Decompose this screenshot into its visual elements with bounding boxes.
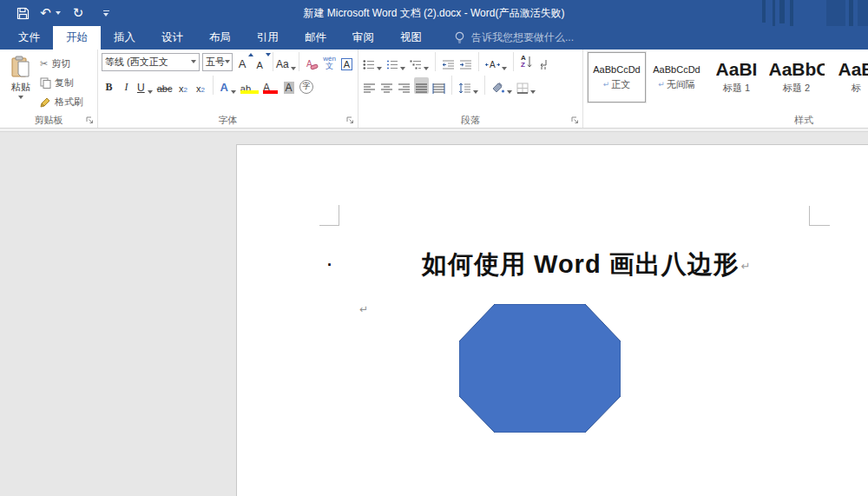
phonetic-icon: wén 文 [323, 56, 336, 70]
tab-file[interactable]: 文件 [5, 26, 53, 50]
clear-formatting-button[interactable]: A [305, 54, 319, 70]
undo-icon: ↶ [40, 7, 51, 20]
shading-button[interactable] [490, 77, 513, 94]
subscript-button[interactable]: x2 [175, 77, 190, 94]
shrink-font-button[interactable]: A [253, 54, 267, 70]
borders-button[interactable] [516, 77, 536, 94]
separator [478, 52, 479, 71]
borders-caret-icon[interactable] [530, 90, 536, 94]
shading-caret-icon[interactable] [507, 90, 512, 94]
tab-view[interactable]: 视图 [387, 26, 435, 50]
align-right-button[interactable] [397, 77, 411, 94]
undo-button[interactable]: ↶ [40, 3, 61, 23]
character-border-button[interactable]: A [339, 54, 354, 70]
show-marks-icon [538, 59, 549, 70]
numbering-caret-icon[interactable] [400, 67, 405, 70]
paste-button[interactable]: 粘贴 [3, 52, 38, 112]
multilevel-caret-icon[interactable] [424, 67, 429, 70]
distribute-button[interactable] [431, 77, 446, 94]
tab-home[interactable]: 开始 [53, 26, 101, 50]
style-heading3[interactable]: AaB 标 [827, 52, 868, 103]
sort-arrow-icon [527, 56, 532, 68]
align-left-button[interactable] [362, 77, 377, 94]
show-marks-button[interactable] [536, 54, 551, 70]
copy-icon [40, 77, 51, 89]
numbering-icon [386, 59, 398, 70]
asian-layout-button[interactable]: A [484, 54, 508, 70]
style-no-spacing[interactable]: AaBbCcDd ↵无间隔 [648, 52, 706, 103]
cut-button[interactable]: ✂ 剪切 [40, 56, 83, 71]
italic-button[interactable]: I [119, 77, 134, 94]
style-heading1[interactable]: AaBI 标题 1 [707, 52, 766, 103]
document-workspace: · 如何使用 Word 画出八边形↵ ↵ [0, 132, 868, 496]
octagon-polygon [459, 304, 621, 433]
paragraph-mark-icon: ↵ [658, 80, 665, 89]
redo-button[interactable]: ↻ [68, 3, 89, 23]
paste-dropdown-caret-icon[interactable] [18, 96, 23, 99]
undo-dropdown-caret-icon[interactable] [56, 11, 61, 15]
underline-caret-icon[interactable] [148, 90, 153, 94]
strikethrough-button[interactable]: abc [156, 77, 174, 94]
lightbulb-icon [454, 31, 465, 44]
tab-mailings[interactable]: 邮件 [292, 26, 339, 50]
separator [513, 52, 514, 71]
justify-button[interactable] [414, 77, 429, 94]
tell-me-box[interactable]: 告诉我您想要做什么... [454, 26, 574, 50]
paste-icon [10, 56, 31, 79]
decrease-indent-icon [442, 60, 455, 70]
asian-layout-icon: A [485, 59, 500, 70]
font-color-button[interactable]: A [262, 77, 279, 94]
enclose-characters-button[interactable]: 字 [299, 77, 314, 94]
save-button[interactable] [12, 3, 33, 23]
font-dialog-launcher[interactable] [345, 115, 355, 125]
tab-review[interactable]: 审阅 [339, 26, 387, 50]
paragraph-dialog-launcher[interactable] [569, 115, 580, 125]
grow-font-button[interactable]: A [235, 54, 250, 70]
superscript-button[interactable]: x2 [193, 77, 207, 94]
justify-icon [415, 83, 428, 94]
font-color-bar [263, 90, 278, 94]
customize-quick-access-button[interactable] [95, 3, 116, 23]
bullets-icon [363, 59, 375, 70]
tab-layout[interactable]: 布局 [196, 26, 244, 50]
font-size-value: 五号 [206, 56, 225, 69]
multilevel-list-button[interactable] [409, 54, 430, 70]
tab-insert[interactable]: 插入 [101, 26, 148, 50]
bold-button[interactable]: B [102, 77, 116, 94]
font-name-combo[interactable]: 等线 (西文正文 [102, 53, 200, 71]
highlight-button[interactable]: ab [240, 77, 260, 94]
align-center-button[interactable] [379, 77, 394, 94]
line-spacing-button[interactable] [457, 77, 479, 94]
shrink-font-tick-icon [266, 53, 271, 56]
change-case-button[interactable]: Aa [278, 54, 293, 70]
list-bullet: · [327, 256, 332, 274]
document-page[interactable]: · 如何使用 Word 画出八边形↵ ↵ [236, 144, 868, 496]
margin-cropmark-right [809, 206, 830, 226]
increase-indent-button[interactable] [458, 54, 473, 70]
bullets-caret-icon[interactable] [377, 67, 382, 70]
style-heading2[interactable]: AaBbC 标题 2 [767, 52, 825, 103]
line-spacing-icon [458, 83, 471, 94]
underline-button[interactable]: U [136, 77, 154, 94]
tab-references[interactable]: 引用 [244, 26, 292, 50]
phonetic-guide-button[interactable]: wén 文 [322, 54, 337, 70]
character-shading-button[interactable]: A [281, 77, 296, 94]
sort-button[interactable]: A Z [519, 54, 534, 70]
clipboard-dialog-launcher[interactable] [84, 115, 95, 125]
font-size-combo[interactable]: 五号 [202, 53, 233, 71]
format-painter-button[interactable]: 格式刷 [40, 94, 83, 109]
eraser-icon: A [306, 58, 319, 70]
paragraph-mark-icon: ↵ [603, 80, 610, 89]
bullets-button[interactable] [362, 54, 383, 70]
decrease-indent-button[interactable] [441, 54, 456, 70]
document-heading[interactable]: 如何使用 Word 画出八边形↵ [422, 248, 752, 282]
tab-design[interactable]: 设计 [148, 26, 196, 50]
save-icon [16, 7, 30, 20]
copy-button[interactable]: 复制 [40, 75, 83, 90]
customize-bar-icon [103, 10, 109, 11]
style-normal[interactable]: AaBbCcDd ↵正文 [588, 52, 646, 103]
text-effects-button[interactable]: A [219, 77, 236, 94]
numbering-button[interactable] [385, 54, 406, 70]
ribbon-tab-row: 文件 开始 插入 设计 布局 引用 邮件 审阅 视图 告诉我您想要做什么... [0, 26, 868, 50]
octagon-shape[interactable] [459, 304, 621, 433]
